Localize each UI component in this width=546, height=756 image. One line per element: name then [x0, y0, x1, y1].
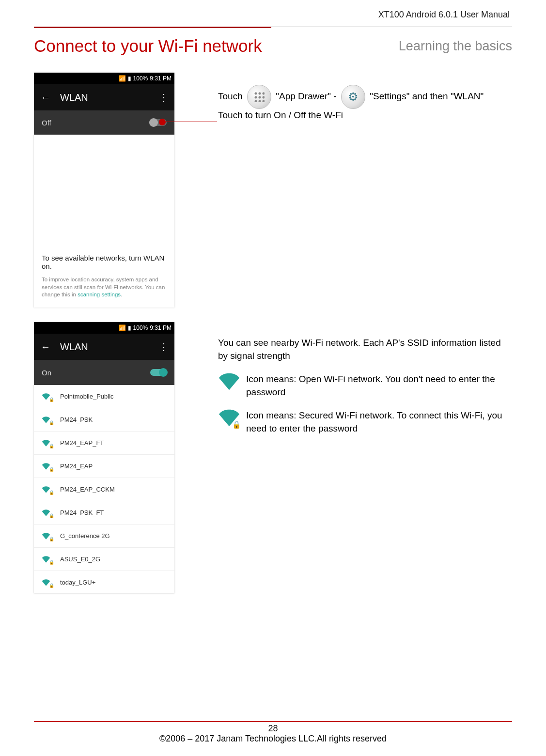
footer: 28 ©2006 – 2017 Janam Technologies LLC.A…	[0, 724, 546, 744]
wifi-network-item[interactable]: 🔒PM24_PSK_FT	[34, 501, 174, 525]
turn-on-message: To see available networks, turn WLAN on.	[42, 254, 167, 270]
wifi-ssid: PM24_EAP	[60, 463, 93, 470]
wifi-signal-icon: 🔒	[42, 463, 51, 470]
page: XT100 Android 6.0.1 User Manual Connect …	[0, 0, 546, 756]
page-title: Connect to your Wi-Fi network	[34, 36, 262, 56]
wifi-network-item[interactable]: 🔒PM24_PSK	[34, 408, 174, 432]
signal-icon: 📶	[119, 75, 126, 82]
wifi-signal-icon: 🔒	[42, 417, 51, 423]
lock-icon: 🔒	[49, 583, 54, 588]
lock-icon: 🔒	[232, 419, 241, 430]
wifi-ssid: G_conference 2G	[60, 532, 110, 540]
instruction-block-2: You can see nearby Wi-Fi network. Each A…	[218, 337, 512, 435]
title-row: Connect to your Wi-Fi network Learning t…	[34, 36, 512, 56]
lock-icon: 🔒	[49, 513, 54, 518]
instr-text: "Settings" and then "WLAN"	[370, 91, 484, 101]
location-note: To improve location accuracy, system app…	[42, 276, 167, 299]
callout-line	[164, 122, 217, 122]
toolbar: ← WLAN ⋮	[34, 84, 174, 110]
divider-accent	[34, 27, 271, 28]
scanning-settings-link[interactable]: scanning settings	[78, 292, 121, 297]
wlan-toggle-row[interactable]: Off	[34, 110, 174, 135]
wifi-signal-icon: 🔒	[42, 556, 51, 563]
lock-icon: 🔒	[49, 444, 54, 448]
wifi-ssid: PM24_PSK	[60, 416, 93, 423]
wifi-signal-icon: 🔒	[42, 579, 51, 586]
lock-icon: 🔒	[49, 467, 54, 472]
battery-icon: ▮	[128, 75, 131, 82]
lock-icon: 🔒	[49, 397, 54, 402]
wifi-ssid: PM24_EAP_FT	[60, 439, 104, 447]
instruction-block-1: Touch "App Drawer" - ⚙ "Settings" and th…	[218, 85, 512, 122]
lock-icon: 🔒	[49, 560, 54, 565]
secured-wifi-legend: 🔒 Icon means: Secured Wi-Fi network. To …	[218, 409, 512, 435]
page-number: 28	[0, 724, 546, 734]
open-wifi-legend: Icon means: Open Wi-Fi network. You don'…	[218, 373, 512, 399]
wifi-signal-icon: 🔒	[42, 509, 51, 516]
lock-icon: 🔒	[49, 420, 54, 425]
toolbar-title: WLAN	[60, 92, 159, 103]
wifi-ssid: Pointmobile_Public	[60, 393, 114, 400]
wifi-network-item[interactable]: 🔒PM24_EAP_CCKM	[34, 478, 174, 501]
wifi-network-item[interactable]: 🔒PM24_EAP	[34, 455, 174, 478]
screenshot-wlan-off: 📶 ▮ 100% 9:31 PM ← WLAN ⋮ Off To see ava…	[34, 73, 174, 308]
screenshot-wlan-on: 📶 ▮ 100% 9:31 PM ← WLAN ⋮ On 🔒Pointmobil…	[34, 322, 174, 593]
wifi-ssid: PM24_EAP_CCKM	[60, 486, 115, 493]
lock-icon: 🔒	[49, 537, 54, 541]
instr-text: "App Drawer" -	[276, 91, 339, 101]
phone-body: To see available networks, turn WLAN on.…	[34, 135, 174, 308]
note-text-c: .	[121, 292, 122, 297]
wifi-network-item[interactable]: 🔒G_conference 2G	[34, 525, 174, 548]
wlan-switch-on[interactable]	[150, 369, 167, 376]
battery-percent: 100%	[133, 324, 148, 331]
wifi-ssid: PM24_PSK_FT	[60, 509, 104, 516]
signal-icon: 📶	[119, 324, 126, 331]
toolbar: ← WLAN ⋮	[34, 334, 174, 360]
wifi-signal-icon: 🔒	[42, 440, 51, 447]
wifi-network-list: 🔒Pointmobile_Public🔒PM24_PSK🔒PM24_EAP_FT…	[34, 385, 174, 593]
wifi-signal-icon: 🔒	[42, 486, 51, 493]
app-drawer-icon	[247, 85, 271, 109]
back-icon[interactable]: ←	[41, 341, 50, 353]
wlan-state-label: On	[42, 369, 51, 377]
lock-icon: 🔒	[49, 490, 54, 495]
copyright: ©2006 – 2017 Janam Technologies LLC.All …	[159, 734, 387, 743]
open-wifi-desc: Icon means: Open Wi-Fi network. You don'…	[246, 373, 512, 399]
wifi-network-item[interactable]: 🔒PM24_EAP_FT	[34, 432, 174, 455]
overflow-icon[interactable]: ⋮	[159, 92, 168, 103]
footer-divider	[34, 721, 512, 722]
settings-icon: ⚙	[341, 85, 365, 109]
status-time: 9:31 PM	[150, 324, 172, 331]
overflow-icon[interactable]: ⋮	[159, 341, 168, 353]
secured-wifi-desc: Icon means: Secured Wi-Fi network. To co…	[246, 409, 512, 435]
battery-percent: 100%	[133, 75, 148, 82]
wifi-signal-icon: 🔒	[42, 533, 51, 540]
status-bar: 📶 ▮ 100% 9:31 PM	[34, 73, 174, 84]
doc-title: XT100 Android 6.0.1 User Manual	[378, 10, 510, 20]
wifi-network-item[interactable]: 🔒today_LGU+	[34, 571, 174, 593]
status-time: 9:31 PM	[150, 75, 172, 82]
wifi-secured-icon: 🔒	[218, 409, 240, 428]
toolbar-title: WLAN	[60, 341, 159, 353]
wifi-network-item[interactable]: 🔒ASUS_E0_2G	[34, 548, 174, 571]
wlan-state-label: Off	[42, 119, 51, 127]
wifi-ssid: today_LGU+	[60, 579, 95, 586]
status-bar: 📶 ▮ 100% 9:31 PM	[34, 322, 174, 334]
back-icon[interactable]: ←	[41, 92, 50, 103]
battery-icon: ▮	[128, 324, 131, 331]
callout-dot	[159, 119, 166, 125]
wlan-toggle-row[interactable]: On	[34, 360, 174, 385]
instr-toggle-text: Touch to turn On / Off the W-Fi	[218, 110, 343, 120]
wifi-ssid: ASUS_E0_2G	[60, 555, 100, 563]
wifi-network-item[interactable]: 🔒Pointmobile_Public	[34, 385, 174, 408]
instr-text: Touch	[218, 91, 245, 101]
wifi-open-icon	[218, 373, 240, 391]
nearby-networks-text: You can see nearby Wi-Fi network. Each A…	[218, 337, 512, 362]
page-subtitle: Learning the basics	[399, 39, 512, 54]
wifi-signal-icon: 🔒	[42, 393, 51, 400]
